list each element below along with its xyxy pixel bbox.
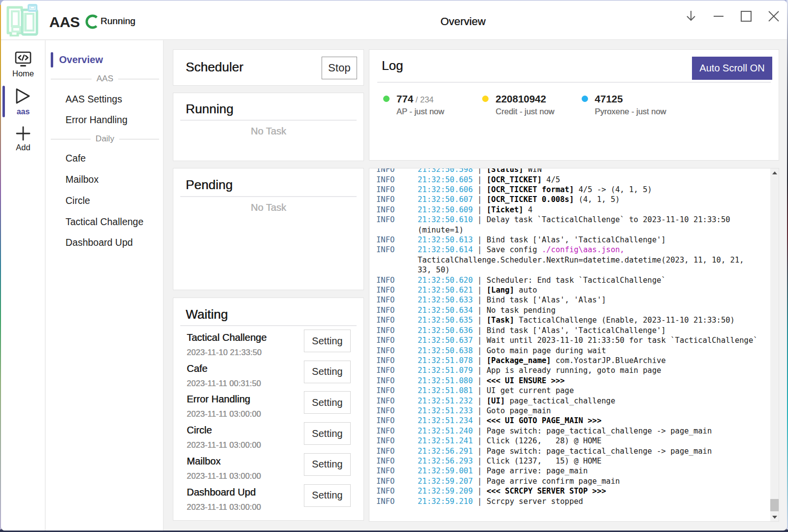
sidebar-item-aas-settings[interactable]: AAS Settings xyxy=(66,94,122,105)
sidebar-item-overview[interactable]: Overview xyxy=(59,54,103,66)
rail-item-aas[interactable]: aas xyxy=(1,87,45,116)
waiting-task-time: 2023-11-11 03:00:00 xyxy=(187,471,261,481)
sidebar-group-divider: Daily xyxy=(51,134,159,144)
auto-scroll-button[interactable]: Auto Scroll ON xyxy=(692,57,772,80)
rail-item-add[interactable]: Add xyxy=(1,126,45,152)
metric-label: Pyroxene - just now xyxy=(595,107,666,116)
divider-line xyxy=(51,139,91,139)
log-row: INFO 21:32:59.210 | Scrcpy server stoppe… xyxy=(376,497,765,506)
log-row: INFO 21:32:50.609 | [Ticket] 4 xyxy=(376,205,765,215)
download-icon[interactable] xyxy=(684,9,698,23)
log-row: INFO 21:32:50.605 | [OCR_TICKET] 4/5 xyxy=(376,175,765,185)
metric-value: 220810942 xyxy=(495,93,546,104)
log-row: INFO 21:32:56.291 | Page switch: page_ta… xyxy=(376,446,765,456)
divider xyxy=(180,325,357,326)
sidebar-active-indicator xyxy=(51,52,53,67)
waiting-task-name: Cafe xyxy=(187,363,207,374)
sidebar-item-dashboard-upd[interactable]: Dashboard Upd xyxy=(66,237,133,248)
log-scrollbar[interactable] xyxy=(770,168,779,521)
log-row: INFO 21:32:59.001 | Page arrive: page_ma… xyxy=(376,466,765,476)
code-monitor-icon xyxy=(15,51,32,67)
metric-value-line: 220810942 xyxy=(495,93,546,105)
metric-label: Credit - just now xyxy=(495,107,554,116)
waiting-task-name: Error Handling xyxy=(187,394,250,405)
log-row: INFO 21:32:50.636 | Bind task ['Alas', '… xyxy=(376,326,765,335)
log-row: INFO 21:32:51.079 | App is already runni… xyxy=(376,366,765,375)
log-row: INFO 21:32:50.638 | Goto main page durin… xyxy=(376,346,765,356)
page-title: Overview xyxy=(440,15,486,28)
log-row: INFO 21:32:50.635 | [Task] TacticalChall… xyxy=(376,315,765,325)
rail-item-label: Home xyxy=(1,69,45,78)
log-row: INFO 21:32:51.233 | Goto page_main xyxy=(376,406,765,416)
scheduler-title: Scheduler xyxy=(186,60,243,75)
app-status-text: Running xyxy=(100,16,135,27)
maximize-button[interactable] xyxy=(739,9,754,23)
setting-button[interactable]: Setting xyxy=(304,422,351,445)
log-title: Log xyxy=(382,58,403,73)
log-row: INFO 21:32:56.293 | Click (1237, 15) @ H… xyxy=(376,456,765,466)
setting-button[interactable]: Setting xyxy=(304,453,351,476)
sidebar-item-cafe[interactable]: Cafe xyxy=(66,153,86,164)
log-row: INFO 21:32:51.234 | <<< UI GOTO PAGE_MAI… xyxy=(376,416,765,426)
waiting-task-row: Error Handling2023-11-11 03:00:00Setting xyxy=(173,393,363,424)
setting-button[interactable]: Setting xyxy=(304,484,351,507)
scheduler-card: Scheduler Stop xyxy=(173,49,364,86)
pending-title: Pending xyxy=(186,177,232,193)
sidebar-item-circle[interactable]: Circle xyxy=(66,195,90,206)
log-row: INFO 21:32:50.613 | Bind task ['Alas', '… xyxy=(376,235,765,245)
log-row: INFO 21:32:50.633 | Bind task ['Alas', '… xyxy=(376,295,765,305)
divider xyxy=(377,82,771,83)
close-button[interactable] xyxy=(766,9,781,23)
sidebar-group-divider: AAS xyxy=(51,74,159,84)
scroll-down-icon[interactable] xyxy=(770,513,779,521)
waiting-task-row: Circle2023-11-11 03:00:00Setting xyxy=(173,424,363,455)
log-row: INFO 21:32:50.620 | Scheduler: End task … xyxy=(376,275,765,285)
sidebar-group-label: Daily xyxy=(96,134,114,144)
metric-label: AP - just now xyxy=(396,107,444,116)
metric-dot-icon xyxy=(482,96,489,102)
setting-button[interactable]: Setting xyxy=(304,391,351,414)
divider-line xyxy=(118,79,159,79)
rail-item-home[interactable]: Home xyxy=(1,51,45,78)
log-row: INFO 21:32:51.080 | <<< UI ENSURE >>> xyxy=(376,376,765,386)
metric-dot-icon xyxy=(582,96,588,102)
waiting-task-time: 2023-11-11 03:00:00 xyxy=(187,409,261,419)
waiting-task-row: Tactical Challenge2023-11-10 21:33:50Set… xyxy=(173,331,363,362)
metric-value: 774 xyxy=(396,93,413,104)
minimize-button[interactable] xyxy=(711,9,726,23)
running-card: Running No Task xyxy=(173,93,364,161)
metric-value-line: 774 / 234 xyxy=(396,93,434,105)
sidebar-group-label: AAS xyxy=(97,74,113,84)
app-logo-icon xyxy=(6,4,40,38)
running-spinner-icon xyxy=(85,14,100,31)
sidebar: Overview AASAAS SettingsError HandlingDa… xyxy=(46,40,164,531)
divider-line xyxy=(119,139,159,139)
setting-button[interactable]: Setting xyxy=(304,361,351,383)
log-card: Log Auto Scroll ON 774 / 234AP - just no… xyxy=(369,49,779,161)
sidebar-item-mailbox[interactable]: Mailbox xyxy=(66,174,98,185)
scrollbar-thumb[interactable] xyxy=(770,499,779,511)
metric-value: 47125 xyxy=(595,93,623,104)
running-title: Running xyxy=(186,101,233,117)
log-row: INFO 21:32:50.610 | Delay task `Tactical… xyxy=(376,215,765,225)
log-row: INFO 21:32:50.634 | No task pending xyxy=(376,305,765,315)
divider xyxy=(180,120,357,121)
log-row: INFO 21:32:51.078 | [Package_name] com.Y… xyxy=(376,356,765,366)
app-title: AAS xyxy=(49,14,80,31)
log-row: INFO 21:32:51.240 | Page switch: page_ta… xyxy=(376,426,765,436)
pending-card: Pending No Task xyxy=(173,168,364,290)
waiting-task-name: Dashboard Upd xyxy=(187,487,256,498)
log-row: INFO 21:32:50.614 | Save config ./config… xyxy=(376,245,765,255)
log-console[interactable]: INFO 21:32:50.598 | [Status] WININFO 21:… xyxy=(369,168,779,522)
waiting-card: Waiting Tactical Challenge2023-11-10 21:… xyxy=(173,298,364,521)
sidebar-item-tactical-challenge[interactable]: Tactical Challenge xyxy=(66,216,143,228)
rail-item-label: aas xyxy=(1,107,45,116)
rail-item-label: Add xyxy=(1,143,45,152)
waiting-task-row: Dashboard Upd2023-11-11 03:00:00Setting xyxy=(173,486,363,517)
sidebar-item-error-handling[interactable]: Error Handling xyxy=(66,114,128,126)
stop-button[interactable]: Stop xyxy=(322,57,357,79)
scroll-up-icon[interactable] xyxy=(770,168,779,177)
waiting-task-row: Cafe2023-11-11 00:31:50Setting xyxy=(173,362,363,393)
setting-button[interactable]: Setting xyxy=(304,330,351,352)
waiting-title: Waiting xyxy=(186,307,228,322)
